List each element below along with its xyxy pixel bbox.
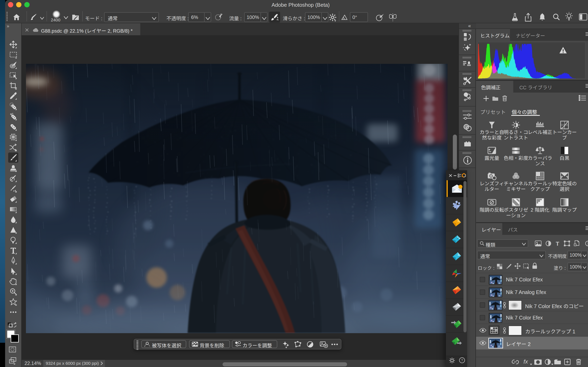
svg-text:?: ?: [461, 359, 463, 362]
